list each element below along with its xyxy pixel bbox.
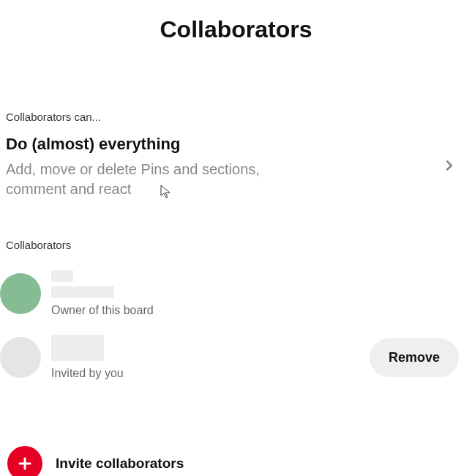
collaborators-list: Owner of this board Invited by you Remov…: [0, 261, 472, 389]
collaborator-role: Invited by you: [51, 367, 370, 380]
page-title: Collaborators: [0, 0, 472, 43]
permissions-label: Collaborators can...: [6, 111, 472, 123]
chevron-right-icon: [441, 157, 457, 176]
collaborator-info: Invited by you: [51, 335, 370, 380]
invite-collaborators-button[interactable]: Invite collaborators: [0, 446, 472, 476]
name-placeholder: [51, 270, 73, 282]
permission-title: Do (almost) everything: [6, 135, 441, 154]
permission-row[interactable]: Do (almost) everything Add, move or dele…: [0, 135, 472, 199]
collaborators-label: Collaborators: [6, 239, 472, 251]
collaborator-row: Owner of this board: [0, 261, 472, 326]
name-placeholder: [51, 335, 104, 361]
plus-icon: [7, 446, 42, 476]
collaborator-role: Owner of this board: [51, 304, 466, 317]
collaborator-info: Owner of this board: [51, 270, 466, 317]
remove-button[interactable]: Remove: [370, 338, 459, 377]
permission-description: Add, move or delete Pins and sections, c…: [6, 160, 299, 199]
name-placeholder: [51, 286, 114, 298]
collaborator-row: Invited by you Remove: [0, 326, 472, 389]
avatar: [0, 273, 41, 314]
permission-content: Do (almost) everything Add, move or dele…: [6, 135, 441, 199]
invite-label: Invite collaborators: [56, 455, 184, 472]
avatar: [0, 337, 41, 378]
